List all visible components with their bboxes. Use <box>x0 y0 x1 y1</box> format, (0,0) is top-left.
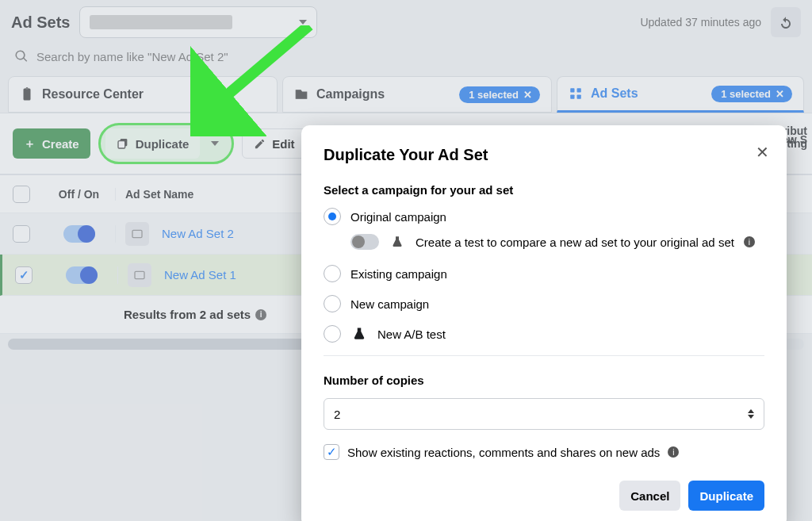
option-existing-campaign[interactable]: Existing campaign <box>324 265 764 282</box>
option-new-ab-test[interactable]: New A/B test <box>324 325 764 343</box>
copies-label: Number of copies <box>324 374 764 387</box>
section-label: Select a campaign for your ad set <box>324 183 764 197</box>
cancel-button[interactable]: Cancel <box>619 481 680 511</box>
info-icon[interactable]: i <box>744 236 755 247</box>
step-down-icon[interactable] <box>748 415 754 419</box>
option-label: Create a test to compare a new ad set to… <box>416 236 734 249</box>
option-label: New campaign <box>350 297 429 311</box>
number-stepper[interactable] <box>748 409 754 419</box>
copies-input[interactable]: 2 <box>324 398 764 430</box>
radio[interactable] <box>324 325 341 343</box>
radio[interactable] <box>324 208 341 225</box>
option-new-campaign[interactable]: New campaign <box>324 295 764 312</box>
checkbox[interactable]: ✓ <box>324 444 339 460</box>
step-up-icon[interactable] <box>748 409 754 413</box>
option-label: Original campaign <box>350 210 446 224</box>
radio[interactable] <box>324 295 341 312</box>
flask-icon <box>389 233 406 251</box>
option-label: Existing campaign <box>350 267 447 281</box>
info-icon[interactable]: i <box>668 446 679 458</box>
duplicate-modal: Duplicate Your Ad Set ✕ Select a campaig… <box>301 125 787 521</box>
option-create-test[interactable]: Create a test to compare a new ad set to… <box>350 233 764 251</box>
checkbox-label: Show existing reactions, comments and sh… <box>347 446 660 459</box>
radio[interactable] <box>324 265 341 282</box>
flask-icon <box>350 325 368 343</box>
duplicate-confirm-button[interactable]: Duplicate <box>688 481 764 511</box>
option-label: New A/B test <box>377 328 446 341</box>
modal-title: Duplicate Your Ad Set <box>324 146 764 164</box>
option-original-campaign[interactable]: Original campaign <box>324 208 764 225</box>
input-value: 2 <box>334 408 340 421</box>
toggle[interactable] <box>350 234 379 250</box>
close-button[interactable]: ✕ <box>756 143 769 162</box>
show-existing-checkbox-row[interactable]: ✓ Show existing reactions, comments and … <box>324 444 764 460</box>
